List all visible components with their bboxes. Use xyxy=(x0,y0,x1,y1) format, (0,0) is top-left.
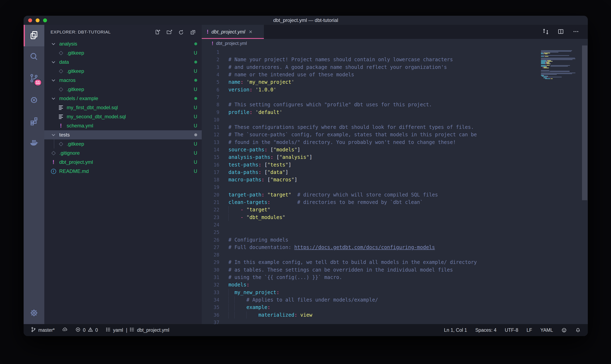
cursor-position[interactable]: Ln 1, Col 1 xyxy=(444,327,467,333)
code-line-29[interactable]: 29# In this example config, we tell dbt … xyxy=(202,259,588,266)
activity-explorer[interactable] xyxy=(24,25,44,46)
code-line-32[interactable]: 32models: xyxy=(202,281,588,288)
code-line-26[interactable]: 26# Configuring models xyxy=(202,236,588,243)
code-line-22[interactable]: 22 - "target" xyxy=(202,206,588,213)
code-line-12[interactable]: 12# The `source-paths` config, for examp… xyxy=(202,131,588,138)
refresh-icon[interactable] xyxy=(178,29,184,35)
yaml-file-icon: ! xyxy=(57,123,64,129)
code-line-20[interactable]: 20target-path: "target" # directory whic… xyxy=(202,191,588,198)
tree-item-label: .gitkeep xyxy=(67,50,84,56)
new-folder-icon[interactable] xyxy=(166,29,172,35)
breadcrumb-file[interactable]: dbt_project.yml xyxy=(216,41,247,46)
minimize-window-button[interactable] xyxy=(36,18,40,22)
code-line-13[interactable]: 13# found in the "models/" directory. Yo… xyxy=(202,139,588,146)
line-number: 1 xyxy=(202,50,219,55)
activity-run-and-debug[interactable] xyxy=(24,89,44,111)
code-line-1[interactable]: 1 xyxy=(202,48,588,56)
more-actions-icon[interactable] xyxy=(573,28,579,36)
code-line-21[interactable]: 21clean-targets: # directories to be rem… xyxy=(202,198,588,206)
code-line-3[interactable]: 3# and underscores. A good package name … xyxy=(202,64,588,71)
code-line-24[interactable]: 24 xyxy=(202,221,588,229)
tree-folder-models-example[interactable]: models / example xyxy=(44,94,202,103)
code-line-14[interactable]: 14source-paths: ["models"] xyxy=(202,146,588,154)
activity-source-control[interactable]: 11 xyxy=(24,68,44,89)
git-untracked-badge: U xyxy=(194,159,197,165)
code-line-28[interactable]: 28 xyxy=(202,251,588,259)
code-line-33[interactable]: 33 my_new_project: xyxy=(202,289,588,296)
git-untracked-badge: U xyxy=(194,68,197,74)
close-window-button[interactable] xyxy=(28,18,32,22)
line-content: materialized: view xyxy=(219,312,312,318)
notifications-bell-icon[interactable] xyxy=(575,327,581,333)
code-line-7[interactable]: 7 xyxy=(202,93,588,101)
code-line-36[interactable]: 36 materialized: view xyxy=(202,311,588,318)
collapse-all-icon[interactable] xyxy=(190,29,196,35)
folder-changes-dot xyxy=(194,97,197,100)
breadcrumb[interactable]: ! dbt_project.yml xyxy=(202,39,588,48)
tree-file-my-second-dbt-model-sql[interactable]: my_second_dbt_model.sqlU xyxy=(44,112,202,121)
feedback-smiley-icon[interactable] xyxy=(561,327,567,333)
tab-dbt-project-yml[interactable]: ! dbt_project.yml × xyxy=(202,25,264,39)
code-line-27[interactable]: 27# Full documentation: https://docs.get… xyxy=(202,244,588,251)
tree-folder-analysis[interactable]: analysis xyxy=(44,39,202,48)
tree-file-dbt-project-yml[interactable]: !dbt_project.ymlU xyxy=(44,158,202,167)
tree-folder-data[interactable]: data xyxy=(44,57,202,67)
code-line-8[interactable]: 8# This setting configures which "profil… xyxy=(202,101,588,108)
git-untracked-badge: U xyxy=(194,169,197,174)
title-bar[interactable]: dbt_project.yml — dbt-tutorial xyxy=(24,16,588,25)
code-line-19[interactable]: 19 xyxy=(202,183,588,191)
indentation-setting[interactable]: Spaces: 4 xyxy=(475,327,497,333)
tree-file--gitkeep[interactable]: .gitkeepU xyxy=(44,67,202,76)
tree-folder-macros[interactable]: macros xyxy=(44,76,202,85)
open-changes-icon[interactable] xyxy=(542,28,549,36)
readme-info-icon: i xyxy=(50,169,57,174)
activity-manage[interactable] xyxy=(24,303,44,324)
code-line-9[interactable]: 9profile: 'default' xyxy=(202,108,588,116)
split-editor-icon[interactable] xyxy=(557,28,564,36)
zoom-window-button[interactable] xyxy=(43,18,47,22)
sync-button[interactable] xyxy=(62,327,68,334)
activity-extensions[interactable] xyxy=(24,111,44,132)
code-line-10[interactable]: 10 xyxy=(202,116,588,123)
code-line-17[interactable]: 17data-paths: ["data"] xyxy=(202,169,588,176)
code-line-11[interactable]: 11# These configurations specify where d… xyxy=(202,123,588,131)
tree-file-my-first-dbt-model-sql[interactable]: my_first_dbt_model.sqlU xyxy=(44,103,202,112)
code-line-37[interactable]: 37 xyxy=(202,319,588,324)
code-line-23[interactable]: 23 - "dbt_modules" xyxy=(202,214,588,221)
tree-folder-tests[interactable]: tests xyxy=(44,130,202,139)
code-line-34[interactable]: 34 # Applies to all files under models/e… xyxy=(202,296,588,304)
tree-file--gitkeep[interactable]: .gitkeepU xyxy=(44,48,202,57)
tree-file-schema-yml[interactable]: !schema.ymlU xyxy=(44,121,202,130)
code-line-25[interactable]: 25 xyxy=(202,229,588,236)
git-branch-status[interactable]: master* xyxy=(31,327,55,334)
encoding-setting[interactable]: UTF-8 xyxy=(505,327,518,333)
line-content: # and underscores. A good package name s… xyxy=(219,64,447,70)
code-line-16[interactable]: 16test-paths: ["tests"] xyxy=(202,161,588,168)
tree-file-readme-md[interactable]: iREADME.mdU xyxy=(44,167,202,176)
code-line-15[interactable]: 15analysis-paths: ["analysis"] xyxy=(202,154,588,161)
new-file-icon[interactable] xyxy=(154,29,161,35)
problems-status[interactable]: 0 0 xyxy=(75,327,98,334)
code-line-35[interactable]: 35 example: xyxy=(202,304,588,311)
code-line-31[interactable]: 31# using the `{{ config(...) }}` macro. xyxy=(202,274,588,281)
tree-file--gitkeep[interactable]: .gitkeepU xyxy=(44,139,202,148)
eol-setting[interactable]: LF xyxy=(527,327,532,333)
tree-file--gitkeep[interactable]: .gitkeepU xyxy=(44,85,202,94)
yaml-lint-status[interactable]: yaml | dbt_project.yml xyxy=(105,327,169,334)
minimap[interactable] xyxy=(541,49,578,80)
code-line-6[interactable]: 6version: '1.0.0' xyxy=(202,86,588,93)
code-editor[interactable]: 12# Name your project! Project names sho… xyxy=(202,48,588,324)
editor-scrollbar[interactable] xyxy=(582,46,587,200)
language-mode[interactable]: YAML xyxy=(540,327,553,333)
close-tab-icon[interactable]: × xyxy=(249,28,252,35)
activity-search[interactable] xyxy=(24,46,44,68)
code-line-5[interactable]: 5name: 'my_new_project' xyxy=(202,78,588,86)
code-line-2[interactable]: 2# Name your project! Project names shou… xyxy=(202,56,588,63)
code-line-30[interactable]: 30# as tables. These settings can be ove… xyxy=(202,266,588,274)
code-line-4[interactable]: 4# name or the intended use of these mod… xyxy=(202,71,588,78)
code-line-18[interactable]: 18macro-paths: ["macros"] xyxy=(202,176,588,183)
workbench: 11 EXPLORER: DBT-TUTORIAL analysis.gitke… xyxy=(24,25,588,324)
line-number: 3 xyxy=(202,65,219,70)
tree-file--gitignore[interactable]: .gitignoreU xyxy=(44,148,202,158)
activity-docker[interactable] xyxy=(24,132,44,154)
